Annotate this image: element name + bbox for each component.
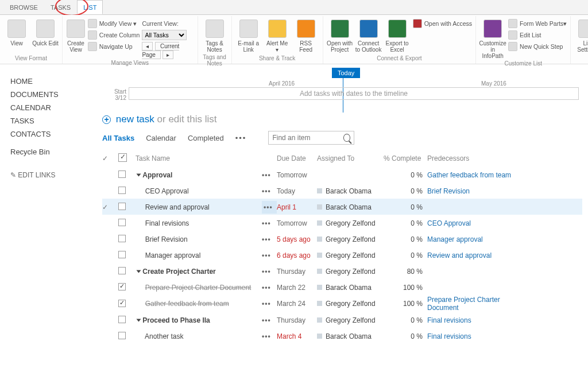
- row-complete-icon[interactable]: ✓: [102, 203, 118, 211]
- quick-edit-button[interactable]: Quick Edit: [32, 17, 59, 46]
- row-menu[interactable]: •••: [262, 300, 277, 308]
- table-row[interactable]: CEO Approval•••TodayBarack Obama0 %Brief…: [102, 183, 582, 199]
- row-menu[interactable]: •••: [262, 284, 277, 292]
- row-task-name[interactable]: Gather feedback from team: [136, 300, 262, 308]
- row-predecessor[interactable]: Gather feedback from team: [427, 171, 531, 179]
- row-checkbox[interactable]: [118, 235, 136, 244]
- col-assigned[interactable]: Assigned To: [317, 154, 384, 162]
- open-with-project-button[interactable]: Open with Project: [327, 17, 353, 53]
- row-assigned[interactable]: Gregory Zelfond: [317, 300, 384, 308]
- row-assigned[interactable]: Gregory Zelfond: [317, 316, 384, 324]
- open-with-access[interactable]: Open with Access: [413, 18, 472, 29]
- list-settings-button[interactable]: List Settings: [574, 17, 588, 53]
- connect-to-outlook-button[interactable]: Connect to Outlook: [355, 17, 382, 53]
- table-row[interactable]: Approval•••Tomorrow0 %Gather feedback fr…: [102, 166, 582, 183]
- row-assigned[interactable]: Gregory Zelfond: [317, 268, 384, 276]
- export-to-excel-button[interactable]: Export to Excel: [384, 17, 411, 53]
- row-checkbox[interactable]: [118, 267, 136, 276]
- col-complete[interactable]: ✓: [102, 154, 118, 162]
- row-task-name[interactable]: CEO Approval: [136, 187, 262, 195]
- row-predecessor[interactable]: Review and approval: [427, 251, 531, 259]
- row-checkbox[interactable]: [118, 332, 136, 341]
- tags-notes-button[interactable]: Tags & Notes: [202, 17, 228, 53]
- row-task-name[interactable]: Create Project Charter: [136, 268, 262, 276]
- row-checkbox[interactable]: [118, 187, 136, 196]
- row-checkbox[interactable]: [118, 219, 136, 228]
- nav-edit-links[interactable]: ✎ EDIT LINKS: [10, 169, 87, 181]
- row-menu[interactable]: •••: [262, 235, 277, 243]
- row-predecessor[interactable]: Final revisions: [427, 316, 531, 324]
- row-menu[interactable]: •••: [262, 187, 277, 195]
- row-task-name[interactable]: Approval: [136, 171, 262, 179]
- row-predecessor[interactable]: Prepare Project Charter Document: [427, 296, 531, 312]
- tab-tasks[interactable]: TASKS: [44, 0, 77, 14]
- table-row[interactable]: Another task•••March 4Barack Obama0 %Fin…: [102, 328, 582, 344]
- navigate-up[interactable]: Navigate Up: [88, 41, 140, 52]
- row-assigned[interactable]: Barack Obama: [317, 284, 384, 292]
- row-menu[interactable]: •••: [262, 268, 277, 276]
- create-view-button[interactable]: Create View: [66, 17, 86, 53]
- row-checkbox[interactable]: [118, 203, 136, 212]
- view-all-tasks[interactable]: All Tasks: [102, 134, 134, 142]
- row-checkbox[interactable]: [118, 251, 136, 260]
- view-more[interactable]: •••: [235, 134, 247, 142]
- row-menu[interactable]: •••: [262, 171, 277, 179]
- table-row[interactable]: ✓ Review and approval•••April 1Barack Ob…: [102, 199, 582, 215]
- tab-browse[interactable]: BROWSE: [3, 0, 44, 14]
- row-checkbox[interactable]: [118, 283, 136, 292]
- col-task-name[interactable]: Task Name: [136, 154, 262, 162]
- view-completed[interactable]: Completed: [188, 134, 224, 142]
- row-assigned[interactable]: Gregory Zelfond: [317, 251, 384, 259]
- row-menu[interactable]: •••: [262, 251, 277, 259]
- search-input[interactable]: [272, 134, 343, 142]
- table-row[interactable]: Brief Revision•••5 days agoGregory Zelfo…: [102, 231, 582, 247]
- prev-page[interactable]: ◂: [142, 42, 153, 51]
- rss-feed-button[interactable]: RSS Feed: [293, 17, 319, 53]
- nav-contacts[interactable]: CONTACTS: [10, 127, 87, 141]
- modify-view[interactable]: Modify View ▾: [88, 18, 140, 29]
- row-assigned[interactable]: Barack Obama: [317, 203, 384, 211]
- row-menu[interactable]: •••: [262, 201, 277, 214]
- row-checkbox[interactable]: [118, 316, 136, 325]
- table-row[interactable]: Proceed to Phase IIa•••ThursdayGregory Z…: [102, 312, 582, 328]
- tab-list[interactable]: LIST: [77, 0, 103, 14]
- nav-tasks[interactable]: TASKS: [10, 114, 87, 127]
- row-task-name[interactable]: Manager approval: [136, 251, 262, 259]
- row-task-name[interactable]: Final revisions: [136, 219, 262, 227]
- row-predecessor[interactable]: CEO Approval: [427, 219, 531, 227]
- row-assigned[interactable]: Gregory Zelfond: [317, 235, 384, 243]
- view-calendar[interactable]: Calendar: [146, 134, 176, 142]
- row-predecessor[interactable]: Manager approval: [427, 235, 531, 243]
- row-menu[interactable]: •••: [262, 219, 277, 227]
- row-assigned[interactable]: Barack Obama: [317, 187, 384, 195]
- row-menu[interactable]: •••: [262, 316, 277, 324]
- table-row[interactable]: Prepare Project Charter Document•••March…: [102, 279, 582, 295]
- row-task-name[interactable]: Brief Revision: [136, 235, 262, 243]
- row-assigned[interactable]: Barack Obama: [317, 332, 384, 340]
- search-box[interactable]: [268, 131, 354, 145]
- row-task-name[interactable]: Proceed to Phase IIa: [136, 316, 262, 324]
- row-assigned[interactable]: Gregory Zelfond: [317, 219, 384, 227]
- col-checkbox[interactable]: [118, 153, 136, 164]
- create-column[interactable]: Create Column: [88, 30, 140, 40]
- table-row[interactable]: Create Project Charter•••ThursdayGregory…: [102, 263, 582, 279]
- row-task-name[interactable]: Review and approval: [136, 203, 262, 211]
- table-row[interactable]: Final revisions•••TomorrowGregory Zelfon…: [102, 215, 582, 231]
- table-row[interactable]: Gather feedback from team•••March 24Greg…: [102, 295, 582, 312]
- nav-home[interactable]: HOME: [10, 75, 87, 88]
- row-task-name[interactable]: Another task: [136, 332, 262, 340]
- row-menu[interactable]: •••: [262, 332, 277, 340]
- edit-list[interactable]: Edit List: [508, 30, 567, 40]
- timeline-rectangle[interactable]: Add tasks with dates to the timeline: [129, 87, 579, 100]
- new-task-link[interactable]: new task: [116, 114, 154, 125]
- col-pct[interactable]: % Complete: [384, 154, 427, 162]
- nav-documents[interactable]: DOCUMENTS: [10, 88, 87, 101]
- table-row[interactable]: Manager approval•••6 days agoGregory Zel…: [102, 247, 582, 263]
- view-button[interactable]: View: [3, 17, 30, 46]
- col-due-date[interactable]: Due Date: [277, 154, 317, 162]
- next-page[interactable]: ▸: [163, 51, 173, 59]
- add-task-icon[interactable]: +: [102, 115, 111, 124]
- row-checkbox[interactable]: [118, 170, 136, 180]
- new-quick-step[interactable]: New Quick Step: [508, 41, 567, 52]
- row-predecessor[interactable]: Final revisions: [427, 332, 531, 340]
